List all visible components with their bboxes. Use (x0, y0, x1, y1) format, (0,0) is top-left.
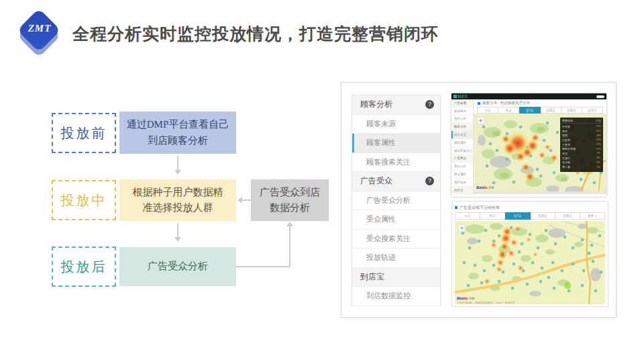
rank-name: 国贸 (562, 134, 579, 137)
tab-b-4[interactable]: 近90天 (555, 212, 580, 220)
rank-value: 6% (597, 161, 601, 164)
baidu-blue: Bai (476, 185, 482, 189)
mini-nav-item[interactable]: 顾客属性 (451, 139, 473, 147)
app-logo-icon (453, 95, 457, 98)
sidebar-item-audience-search-interest[interactable]: 受众搜索关注 (352, 230, 440, 249)
tab-time-2-active[interactable]: 近7天 (519, 107, 540, 114)
rank-name: 西二旗 (562, 165, 580, 169)
tab-b-0[interactable]: 今天 (455, 212, 480, 220)
baidu-blue: Bai (457, 296, 463, 300)
heatmap-bottom[interactable]: Baidu 百度 © 2017 Baidu - GS(2016)2089号 - … (455, 221, 605, 304)
mini-nav-label: 投放轨迹 (451, 181, 466, 184)
mini-nav-item[interactable]: 受众属性 (451, 171, 473, 179)
arrow-down-1-head (174, 170, 181, 175)
baidu-map-logo: Baidu 百度 (476, 185, 494, 190)
sidebar-label: 顾客分析 (352, 99, 392, 110)
app-topbar: 到店宝 (451, 93, 606, 99)
baidu-cn: 百度 (488, 186, 494, 189)
mini-nav-label: 顾客来源 (451, 133, 466, 136)
ranking-row: 望京9% (562, 151, 601, 156)
mini-nav-label: 受众属性 (451, 173, 466, 176)
rank-name: 三里屯 (562, 143, 579, 146)
sidebar-item-audience-attributes[interactable]: 受众属性 (352, 210, 440, 230)
mini-nav-label: 广告监测 (451, 101, 466, 105)
flow-box-dmp-analysis: 通过DMP平台查看自己 到店顾客分析 (119, 112, 236, 154)
stage-label-after: 投放后 (52, 247, 116, 287)
mini-nav-item[interactable]: 顾客搜索关注 (451, 147, 473, 155)
mini-nav-item[interactable]: 顾客分析 (451, 123, 473, 131)
time-range-tabs-bottom: 今天 昨天 近7天 近30天 近90天 更多 ∨ (455, 212, 605, 220)
ranking-row: 西二旗5% (562, 165, 601, 169)
tab-time-1[interactable]: 昨天 (498, 107, 519, 114)
app-user-pill[interactable] (596, 95, 604, 98)
map-section-title: 顾客分布 - 到店顾客热力分布 (482, 101, 530, 105)
sidebar-label: 顾客来源 (352, 119, 396, 129)
help-icon[interactable]: ? (425, 177, 434, 185)
sidebar-item-delivery-track[interactable]: 投放轨迹 (352, 249, 440, 268)
sidebar-item-customer-search-interest[interactable]: 顾客搜索关注 (352, 153, 440, 173)
sidebar-item-customer-attributes[interactable]: 顾客属性 (352, 134, 440, 153)
mini-nav-label: 到店宝 (451, 189, 464, 192)
connector-vertical-line (289, 226, 290, 267)
mini-nav-item[interactable]: 投放分析 (451, 116, 473, 124)
tab-time-4[interactable]: 近90天 (561, 107, 582, 114)
ranking-row: 朝阳大悦城11% (562, 146, 601, 151)
mini-nav-label: 受众分析 (451, 165, 466, 168)
mini-nav-item[interactable]: 投放轨迹 (451, 179, 473, 187)
tab-b-3[interactable]: 近30天 (531, 212, 555, 220)
rank-value: 23% (596, 125, 601, 128)
flow-box-audience-analysis: 广告受众分析 (119, 247, 236, 286)
sidebar-label: 受众搜索关注 (352, 234, 411, 244)
rank-name: 中关村 (562, 125, 579, 128)
stage-label-during: 投放中 (52, 180, 116, 220)
time-range-tabs: 今天 昨天 近7天 近30天 近90天 自定义 (477, 107, 603, 114)
sidebar-label: 顾客搜索关注 (352, 157, 411, 167)
rank-name: 望京 (562, 152, 580, 155)
map-copyright: © 2017 Baidu - GS(2016)2089号 - Data © 长地… (457, 301, 515, 304)
heatmap-bottom-canvas (455, 221, 605, 304)
bottom-panel-title: 广告受众线下活动分布 (460, 205, 500, 211)
arrow-left-head (237, 197, 242, 204)
sidebar-item-ad-audience[interactable]: 广告受众 ? (352, 172, 440, 191)
tab-time-3[interactable]: 近30天 (541, 107, 561, 114)
heatmap-top[interactable]: 商圈排名 占比 中关村23% 西单21% 国贸18% 王府井15% 三里屯13%… (474, 114, 606, 191)
ranking-header-value: 占比 (596, 119, 601, 122)
sidebar-item-customer-source[interactable]: 顾客来源 (352, 115, 440, 134)
mini-nav-item[interactable]: 受众分析 (451, 163, 473, 171)
stage-label-before: 投放前 (52, 113, 116, 153)
rank-value: 18% (596, 134, 601, 137)
mini-nav-item[interactable]: 广告受众 (451, 155, 473, 163)
rank-value: 11% (596, 148, 601, 150)
help-icon[interactable]: ? (425, 100, 434, 109)
ranking-row: 亚运村6% (562, 161, 601, 165)
sidebar-label: 投放轨迹 (352, 253, 396, 263)
district-ranking-panel: 商圈排名 占比 中关村23% 西单21% 国贸18% 王府井15% 三里屯13%… (560, 118, 603, 172)
mini-nav-item[interactable]: 到店宝 (451, 187, 473, 194)
sidebar-item-daodianbao[interactable]: 到店宝 (352, 268, 440, 287)
app-screenshot-top: 到店宝 广告监测 数据概览 投放分析 顾客分析 顾客来源 顾客属性 顾客搜索关注… (451, 93, 606, 197)
mini-nav-item[interactable]: 广告监测 (451, 99, 473, 107)
tab-b-2-active[interactable]: 近7天 (505, 212, 530, 220)
tab-b-1[interactable]: 昨天 (480, 212, 505, 220)
baidu-cn: 百度 (469, 297, 474, 300)
rank-name: 西单 (562, 130, 579, 133)
sidebar-label: 广告受众分析 (352, 195, 411, 206)
baidu-map-logo-2: Baidu 百度 (457, 296, 474, 301)
mini-nav-item-active[interactable]: 顾客来源 (451, 131, 473, 139)
map-panel-bottom: 广告受众线下活动分布 今天 昨天 近7天 近30天 近90天 更多 ∨ (451, 201, 608, 307)
sidebar-item-instore-data-monitor[interactable]: 到店数据监控 (352, 287, 440, 306)
tab-time-0[interactable]: 今天 (477, 107, 498, 114)
mini-nav-label: 顾客属性 (451, 141, 466, 144)
zmt-logo: ZMT (13, 5, 66, 62)
tab-b-5[interactable]: 更多 ∨ (580, 212, 605, 220)
sidebar-item-ad-audience-analysis[interactable]: 广告受众分析 (352, 191, 440, 211)
ranking-row: 中关村23% (562, 124, 601, 129)
tab-time-5[interactable]: 自定义 (582, 107, 603, 114)
rank-name: 亚运村 (562, 161, 580, 164)
sidebar-label: 受众属性 (352, 214, 396, 224)
mini-nav-label: 数据概览 (451, 109, 466, 113)
sidebar-item-customer-analysis[interactable]: 顾客分析 ? (352, 95, 440, 115)
app-mini-sidebar: 广告监测 数据概览 投放分析 顾客分析 顾客来源 顾客属性 顾客搜索关注 广告受… (451, 99, 474, 194)
baidu-red: du (482, 185, 487, 189)
mini-nav-item[interactable]: 数据概览 (451, 107, 473, 116)
